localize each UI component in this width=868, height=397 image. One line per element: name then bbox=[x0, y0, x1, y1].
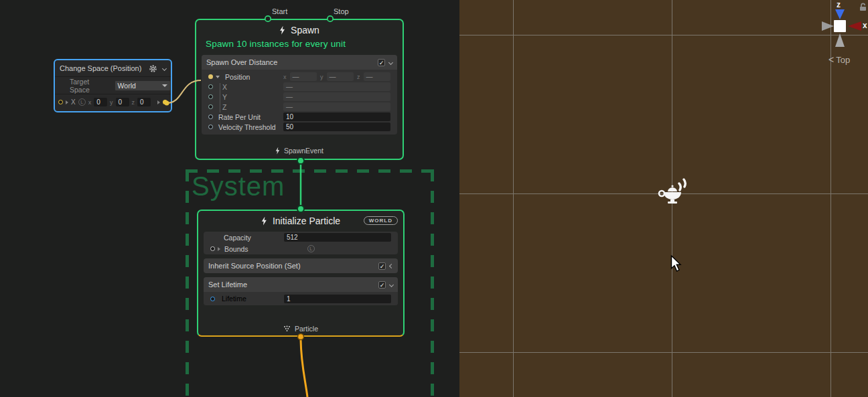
capacity-row[interactable]: Capacity 512 bbox=[204, 232, 398, 243]
expander-triangle-icon[interactable] bbox=[218, 247, 220, 251]
change-space-node[interactable]: Change Space (Position) Target Space Wor… bbox=[54, 59, 172, 112]
view-orientation-label[interactable]: < Top bbox=[828, 54, 850, 65]
lifetime-field[interactable]: 1 bbox=[284, 295, 391, 303]
y-value-field[interactable]: — bbox=[327, 72, 354, 81]
property-row-y[interactable]: Y — bbox=[202, 92, 397, 102]
system-group-border-right[interactable] bbox=[431, 169, 434, 397]
row-label: Z bbox=[222, 103, 226, 111]
chevron-left-icon[interactable] bbox=[389, 263, 394, 268]
gear-icon[interactable] bbox=[149, 64, 157, 73]
spawn-subtitle-note: Spawn 10 instances for every unit bbox=[206, 39, 403, 49]
x-mini-label: x bbox=[88, 99, 92, 106]
x-value-field[interactable]: — bbox=[290, 72, 317, 81]
block-enabled-checkbox[interactable]: ✓ bbox=[378, 281, 386, 289]
value-field[interactable]: — bbox=[283, 92, 390, 101]
y-port[interactable] bbox=[208, 94, 213, 99]
value-field[interactable]: 10 bbox=[283, 112, 390, 121]
property-row-z[interactable]: Z — bbox=[202, 102, 397, 112]
particle-icon bbox=[283, 325, 291, 332]
target-space-dropdown[interactable]: World bbox=[115, 80, 171, 91]
output-port[interactable] bbox=[163, 100, 167, 104]
rate-per-unit-port[interactable] bbox=[208, 114, 213, 119]
row-label: Y bbox=[222, 93, 227, 101]
spawn-output-label: SpawnEvent bbox=[284, 147, 323, 155]
expander-triangle-icon[interactable] bbox=[66, 100, 68, 104]
z-mini-label: z bbox=[357, 74, 360, 80]
value-field[interactable]: — bbox=[283, 102, 390, 111]
spawn-start-port-label: Start bbox=[272, 7, 287, 15]
value-field[interactable]: 50 bbox=[283, 123, 390, 131]
input-port[interactable] bbox=[58, 100, 63, 104]
target-space-label: Target Space bbox=[70, 78, 111, 94]
lock-icon[interactable] bbox=[859, 2, 867, 11]
gizmo-z-axis-cone[interactable] bbox=[835, 9, 845, 19]
z-port[interactable] bbox=[208, 104, 213, 109]
lightning-icon bbox=[261, 217, 267, 226]
chevron-down-icon[interactable] bbox=[162, 66, 167, 70]
view-toggle-icon[interactable]: < bbox=[828, 54, 834, 65]
graph-canvas[interactable]: System Start Stop Change Space (Position… bbox=[0, 0, 459, 397]
block-enabled-checkbox[interactable]: ✓ bbox=[378, 262, 386, 270]
expand-triangle-icon[interactable] bbox=[216, 76, 220, 78]
bounds-label: Bounds bbox=[224, 245, 248, 253]
world-space-badge[interactable]: WORLD bbox=[364, 216, 398, 225]
grid-line-vertical bbox=[513, 0, 514, 397]
spawn-stop-port-label: Stop bbox=[334, 7, 349, 15]
row-label: Position bbox=[225, 73, 250, 81]
property-row-x[interactable]: X — bbox=[202, 82, 397, 92]
capacity-field[interactable]: 512 bbox=[284, 233, 391, 242]
x-value-field[interactable]: 0 bbox=[94, 98, 107, 106]
chevron-down-icon[interactable] bbox=[388, 60, 393, 64]
spawn-over-distance-block[interactable]: Spawn Over Distance ✓ Position x — y bbox=[202, 55, 397, 135]
change-space-title: Change Space (Position) bbox=[60, 64, 149, 72]
z-value-field[interactable]: — bbox=[364, 72, 391, 81]
velocity-threshold-port[interactable] bbox=[208, 125, 213, 129]
spawn-context-node[interactable]: Spawn Spawn 10 instances for every unit … bbox=[195, 19, 404, 160]
bounds-row[interactable]: Bounds L bbox=[204, 243, 398, 254]
set-lifetime-block[interactable]: Set Lifetime ✓ Lifetime 1 bbox=[204, 277, 398, 305]
initialize-title: Initialize Particle bbox=[273, 216, 340, 226]
local-space-badge[interactable]: L bbox=[307, 245, 315, 252]
child-indent-line bbox=[220, 83, 220, 112]
capacity-label: Capacity bbox=[224, 234, 251, 242]
inherit-source-position-block[interactable]: Inherit Source Position (Set) ✓ bbox=[204, 258, 398, 273]
lightning-icon bbox=[275, 147, 280, 155]
local-space-badge[interactable]: L bbox=[78, 98, 86, 106]
property-row-rate-per-unit[interactable]: Rate Per Unit 10 bbox=[202, 112, 397, 122]
x-mini-label: x bbox=[283, 74, 287, 80]
spawn-title: Spawn bbox=[291, 25, 319, 35]
chevron-down-icon[interactable] bbox=[389, 282, 394, 287]
dropdown-caret-icon bbox=[162, 84, 167, 87]
output-triangle-icon bbox=[157, 100, 160, 104]
property-row-velocity-threshold[interactable]: Velocity Threshold 50 bbox=[202, 122, 397, 132]
z-value-field[interactable]: 0 bbox=[137, 98, 151, 106]
gizmo-x-axis-label: x bbox=[863, 21, 867, 30]
bounds-port[interactable] bbox=[210, 246, 215, 251]
lightning-icon bbox=[279, 26, 285, 35]
property-row-position[interactable]: Position x — y — z — bbox=[202, 72, 397, 82]
system-group-border-left[interactable] bbox=[186, 169, 189, 397]
value-field[interactable]: — bbox=[283, 82, 390, 91]
initialize-particle-node[interactable]: Initialize Particle WORLD Capacity 512 B… bbox=[197, 210, 405, 337]
position-port-connected[interactable] bbox=[208, 74, 213, 79]
scene-view[interactable]: z x < Top bbox=[459, 0, 868, 397]
row-label: Rate Per Unit bbox=[218, 113, 261, 121]
y-value-field[interactable]: 0 bbox=[116, 98, 129, 106]
y-mini-label: y bbox=[110, 99, 113, 106]
gizmo-x-axis-cone[interactable] bbox=[848, 21, 861, 31]
vfx-graph-editor: System Start Stop Change Space (Position… bbox=[0, 0, 868, 397]
gizmo-back-axis-cone[interactable] bbox=[822, 21, 834, 31]
x-port[interactable] bbox=[208, 84, 213, 89]
row-label: Velocity Threshold bbox=[218, 123, 276, 131]
block-enabled-checkbox[interactable]: ✓ bbox=[378, 59, 385, 66]
lifetime-port[interactable] bbox=[210, 297, 215, 301]
visual-effect-gizmo-icon[interactable] bbox=[657, 178, 688, 206]
lifetime-row[interactable]: Lifetime 1 bbox=[204, 292, 398, 305]
lifetime-label: Lifetime bbox=[222, 295, 246, 303]
edge-particle-to-update[interactable] bbox=[301, 338, 307, 397]
gizmo-center-cube[interactable] bbox=[834, 20, 846, 32]
input-label: X bbox=[71, 98, 76, 106]
mouse-cursor bbox=[670, 255, 682, 273]
target-space-value: World bbox=[118, 82, 136, 90]
gizmo-down-axis-cone[interactable] bbox=[835, 33, 845, 47]
